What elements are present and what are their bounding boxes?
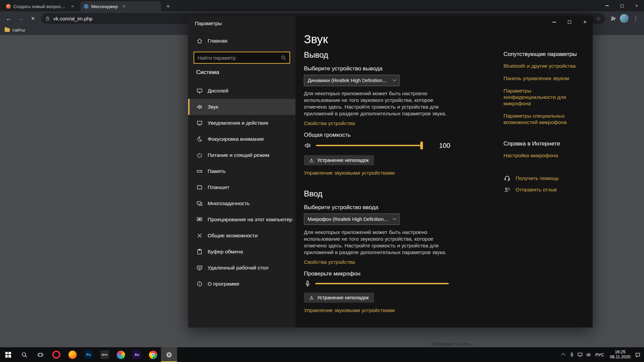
- input-troubleshoot-button[interactable]: ⚠ Устранение неполадок: [304, 293, 374, 303]
- bookmark-folder-label[interactable]: сайты: [12, 27, 25, 33]
- settings-window-controls: ×: [546, 16, 593, 28]
- sidebar-item-notifications[interactable]: Уведомления и действия: [188, 115, 296, 131]
- tray-network[interactable]: [576, 347, 584, 362]
- bookmark-star-icon[interactable]: ☆: [596, 15, 601, 22]
- mic-privacy-link[interactable]: Параметры конфиденциальности для микрофо…: [503, 87, 584, 107]
- send-feedback-row[interactable]: Отправить отзыв: [503, 186, 584, 193]
- output-manage-devices-link[interactable]: Управление звуковыми устройствами: [304, 170, 457, 176]
- volume-slider-track[interactable]: [316, 145, 422, 146]
- tab-title: Создать новый вопрос или нач...: [13, 4, 66, 9]
- tab-question-page[interactable]: Создать новый вопрос или нач... ×: [3, 1, 80, 11]
- action-center-button[interactable]: [634, 347, 642, 362]
- taskbar-app-chrome[interactable]: [145, 347, 161, 362]
- sidebar-item-about[interactable]: О программе: [188, 276, 296, 292]
- sidebar-item-remote-desktop[interactable]: Удаленный рабочий стол: [188, 260, 296, 276]
- moon-icon: [196, 136, 203, 142]
- speaker-icon: [304, 141, 312, 149]
- tray-volume[interactable]: [584, 347, 593, 362]
- lock-icon: [45, 16, 50, 21]
- taskbar-search-button[interactable]: [16, 347, 32, 362]
- sidebar-item-label: Питание и спящий режим: [208, 152, 269, 158]
- output-device-label: Выберите устройство вывода: [304, 65, 457, 72]
- speaker-icon: [586, 352, 591, 358]
- remote-desktop-icon: [196, 264, 203, 271]
- input-device-select[interactable]: Микрофон (Realtek High Definition...: [304, 214, 399, 225]
- task-view-icon: [37, 352, 44, 358]
- browser-maximize-button[interactable]: [614, 0, 629, 11]
- get-help-label: Получить помощь: [516, 175, 559, 181]
- output-device-properties-link[interactable]: Свойства устройства: [304, 120, 355, 126]
- taskbar-app-colorful[interactable]: [113, 347, 129, 362]
- headset-icon: [503, 175, 511, 182]
- back-button[interactable]: ←: [3, 12, 15, 24]
- settings-minimize-button[interactable]: [546, 16, 562, 28]
- sidebar-item-label: Удаленный рабочий стол: [208, 265, 268, 271]
- sound-icon: [196, 104, 203, 110]
- tab-close-icon[interactable]: ×: [121, 3, 126, 9]
- profile-avatar[interactable]: [619, 13, 630, 24]
- chevron-down-icon: [392, 217, 396, 220]
- output-device-select[interactable]: Динамики (Realtek High Definition...: [304, 75, 399, 86]
- gear-icon: ⚙: [166, 351, 172, 358]
- firefox-icon: [68, 351, 77, 359]
- home-icon: [196, 38, 203, 44]
- sidebar-item-label: Звук: [208, 104, 218, 110]
- settings-close-button[interactable]: ×: [577, 16, 593, 28]
- tray-language[interactable]: РУС: [593, 347, 607, 362]
- taskbar-app-epic-games[interactable]: EPIC: [97, 347, 113, 362]
- sidebar-item-tablet[interactable]: Планшет: [188, 179, 296, 195]
- extensions-puzzle-icon[interactable]: [607, 13, 619, 24]
- taskbar-app-firefox[interactable]: [64, 347, 80, 362]
- output-troubleshoot-button[interactable]: ⚠ Устранение неполадок: [304, 155, 374, 165]
- bluetooth-devices-link[interactable]: Bluetooth и другие устройства: [503, 63, 584, 69]
- sidebar-list: Дисплей Звук Уведомления и действия Фоку…: [188, 83, 296, 292]
- output-heading: Вывод: [304, 51, 457, 59]
- sidebar-item-clipboard[interactable]: Буфер обмена: [188, 244, 296, 260]
- sidebar-item-shared-experiences[interactable]: Общие возможности: [188, 228, 296, 244]
- tab-close-icon[interactable]: ×: [70, 3, 75, 9]
- mic-accessibility-link[interactable]: Параметры специальных возможностей микро…: [503, 113, 584, 125]
- browser-menu-icon[interactable]: ⋮: [630, 13, 641, 24]
- sidebar-item-storage[interactable]: Память: [188, 163, 296, 179]
- input-manage-devices-link[interactable]: Управление звуковыми устройствами: [304, 307, 457, 313]
- microphone-icon: [304, 280, 311, 287]
- tray-show-hidden-icons[interactable]: [559, 347, 568, 362]
- taskbar-app-red-browser[interactable]: [48, 347, 64, 362]
- task-view-button[interactable]: [32, 347, 48, 362]
- sidebar-item-label: Общие возможности: [208, 233, 258, 239]
- get-help-row[interactable]: Получить помощь: [503, 175, 584, 182]
- selected-indicator: [188, 99, 190, 115]
- sidebar-item-power-sleep[interactable]: Питание и спящий режим: [188, 147, 296, 163]
- taskbar-app-after-effects[interactable]: Ae: [129, 347, 145, 362]
- volume-slider-handle[interactable]: [420, 141, 423, 149]
- taskbar-app-settings[interactable]: ⚙: [161, 347, 177, 362]
- browser-minimize-button[interactable]: [600, 0, 614, 11]
- sidebar-item-home[interactable]: Главная: [188, 34, 296, 48]
- tray-clock[interactable]: 16:25 08.11.2020: [607, 347, 634, 362]
- taskbar-app-photoshop[interactable]: Ps: [80, 347, 97, 362]
- related-settings-heading: Сопутствующие параметры: [503, 51, 584, 58]
- mic-setup-link[interactable]: Настройка микрофона: [503, 152, 584, 159]
- page-title: Звук: [304, 33, 593, 46]
- input-device-label: Выберите устройство ввода: [304, 204, 457, 211]
- stop-loading-button[interactable]: ×: [27, 12, 39, 24]
- test-microphone-label: Проверьте микрофон: [304, 270, 457, 277]
- input-device-properties-link[interactable]: Свойства устройства: [304, 259, 355, 265]
- forward-button[interactable]: →: [15, 12, 27, 24]
- chevron-up-icon: [561, 353, 566, 357]
- start-button[interactable]: [0, 347, 16, 362]
- settings-window-title: Параметры: [188, 16, 296, 26]
- new-tab-button[interactable]: +: [163, 2, 173, 11]
- tab-messenger[interactable]: Мессенджер ×: [80, 1, 161, 11]
- tray-microphone[interactable]: [568, 347, 576, 362]
- settings-maximize-button[interactable]: [562, 16, 577, 28]
- browser-close-button[interactable]: ×: [629, 0, 644, 11]
- sound-control-panel-link[interactable]: Панель управления звуком: [503, 75, 584, 81]
- sidebar-item-display[interactable]: Дисплей: [188, 83, 296, 99]
- sidebar-item-sound[interactable]: Звук: [188, 99, 296, 115]
- sidebar-item-multitasking[interactable]: Многозадачность: [188, 195, 296, 212]
- settings-search-input[interactable]: [198, 55, 281, 61]
- sidebar-item-projecting[interactable]: Проецирование на этот компьютер: [188, 212, 296, 228]
- sidebar-item-focus-assist[interactable]: Фокусировка внимания: [188, 131, 296, 147]
- troubleshoot-label: Устранение неполадок: [317, 295, 369, 300]
